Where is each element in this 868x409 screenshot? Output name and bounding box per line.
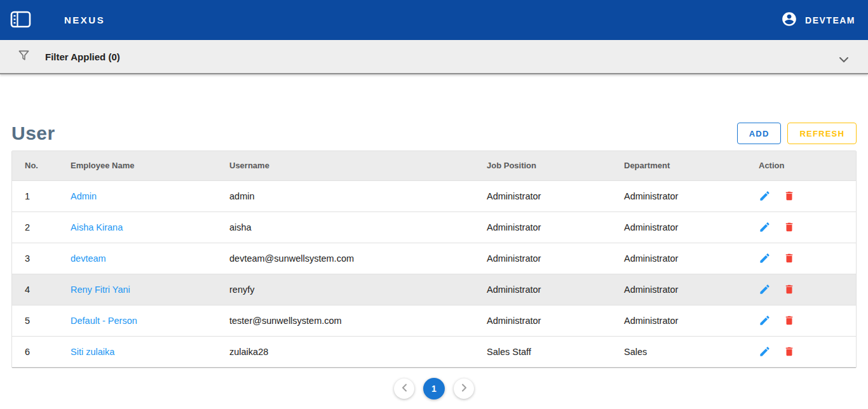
edit-button[interactable] [759,190,771,202]
pagination: 1 [11,378,857,399]
user-table: No. Employee Name Username Job Position … [11,151,857,368]
column-header-no: No. [12,151,58,180]
column-header-action: Action [746,151,856,180]
brand-logo-text: NEXUS [64,15,105,25]
cell-job-position: Administrator [474,211,611,243]
table-row: 6 Siti zulaika zulaika28 Sales Staff Sal… [12,336,856,367]
account-circle-icon [781,11,797,30]
edit-button[interactable] [759,314,771,326]
chevron-left-icon [402,384,407,394]
cell-username: aisha [217,211,474,243]
cell-no: 3 [12,243,58,274]
sidebar-panel-icon [10,11,31,30]
edit-button[interactable] [759,283,771,295]
cell-job-position: Administrator [474,180,611,211]
funnel-icon [18,50,30,64]
chevron-down-icon[interactable] [839,54,849,65]
delete-button[interactable] [783,221,795,233]
column-header-username: Username [217,151,474,180]
cell-department: Administrator [611,180,746,211]
column-header-employee-name: Employee Name [58,151,217,180]
employee-name-link[interactable]: Admin [71,191,97,201]
employee-name-link[interactable]: Siti zulaika [71,347,114,357]
page-header: User ADD REFRESH [11,123,857,144]
main-content: User ADD REFRESH No. Employee Name Usern… [0,74,868,399]
cell-no: 5 [12,305,58,336]
table-row: 1 Admin admin Administrator Administrato… [12,180,856,211]
cell-job-position: Administrator [474,274,611,305]
table-row: 2 Aisha Kirana aisha Administrator Admin… [12,211,856,243]
delete-button[interactable] [783,345,795,358]
filter-applied-label: Filter Applied (0) [45,51,120,62]
cell-no: 6 [12,336,58,367]
chevron-right-icon [461,384,467,394]
cell-no: 2 [12,211,58,243]
page-title: User [11,123,55,144]
user-name-label: DEVTEAM [805,15,855,25]
delete-button[interactable] [783,314,795,326]
edit-button[interactable] [759,345,771,358]
edit-button[interactable] [759,221,771,233]
cell-department: Administrator [611,243,746,274]
prev-page-button[interactable] [394,379,414,399]
header-actions: ADD REFRESH [737,123,857,144]
next-page-button[interactable] [454,379,474,399]
appbar-left: NEXUS [8,8,105,32]
cell-job-position: Administrator [474,243,611,274]
cell-no: 1 [12,180,58,211]
cell-department: Administrator [611,274,746,305]
cell-username: renyfy [217,274,474,305]
column-header-department: Department [611,151,746,180]
cell-job-position: Administrator [474,305,611,336]
employee-name-link[interactable]: devteam [71,253,106,264]
cell-department: Administrator [611,305,746,336]
cell-username: tester@sunwellsystem.com [217,305,474,336]
cell-no: 4 [12,274,58,305]
employee-name-link[interactable]: Aisha Kirana [71,222,123,232]
add-button[interactable]: ADD [737,123,782,144]
filter-bar[interactable]: Filter Applied (0) [0,40,868,74]
refresh-button[interactable]: REFRESH [787,123,857,144]
cell-job-position: Sales Staff [474,336,611,367]
table-row: 3 devteam devteam@sunwellsystem.com Admi… [12,243,856,274]
app-bar: NEXUS DEVTEAM [0,0,868,40]
table-row-highlighted: 4 Reny Fitri Yani renyfy Administrator A… [12,274,856,305]
employee-name-link[interactable]: Reny Fitri Yani [71,285,130,295]
delete-button[interactable] [783,190,795,202]
edit-button[interactable] [759,252,771,264]
table-header-row: No. Employee Name Username Job Position … [12,151,856,180]
cell-department: Sales [611,336,746,367]
sidebar-toggle-button[interactable] [8,8,34,32]
cell-username: devteam@sunwellsystem.com [217,243,474,274]
user-menu[interactable]: DEVTEAM [781,11,855,30]
cell-username: admin [217,180,474,211]
column-header-job-position: Job Position [474,151,611,180]
delete-button[interactable] [783,283,795,295]
cell-username: zulaika28 [217,336,474,367]
delete-button[interactable] [783,252,795,264]
page-number-button[interactable]: 1 [423,378,445,399]
cell-department: Administrator [611,211,746,243]
employee-name-link[interactable]: Default - Person [71,316,137,326]
table-row: 5 Default - Person tester@sunwellsystem.… [12,305,856,336]
